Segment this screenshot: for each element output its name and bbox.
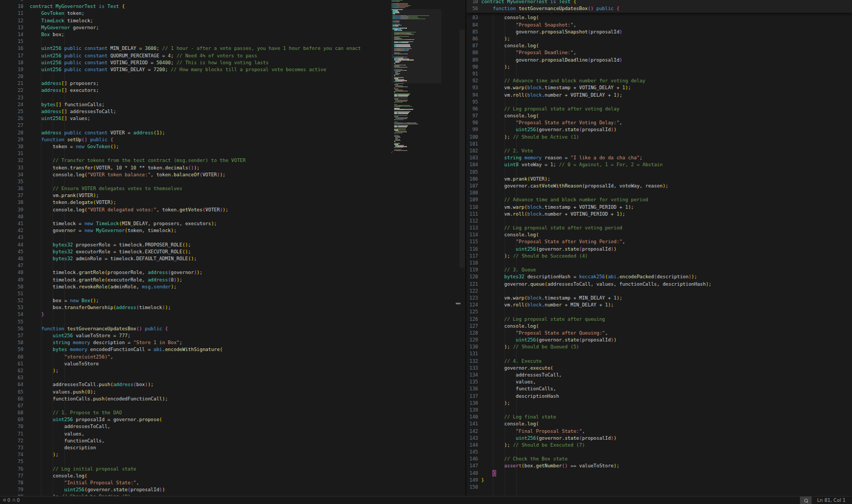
code-line[interactable]: 137 descriptionHash (466, 393, 852, 400)
code-line[interactable]: 92 // Advance time and block number for … (466, 78, 852, 84)
code-line[interactable]: 97 console.log( (466, 113, 852, 119)
editor-pane-left[interactable]: 910contract MyGovernorTest is Test {11 G… (0, 0, 465, 497)
code-line[interactable]: 75 (0, 458, 465, 465)
code-line[interactable]: 84 "Proposal Snapshot:", (466, 22, 852, 29)
code-line[interactable]: 115 "Proposal State after Voting Period:… (466, 238, 852, 245)
code-line[interactable]: 42 governor = new MyGovernor(token, time… (0, 227, 465, 234)
code-line[interactable]: 74 ); (0, 451, 465, 458)
code-line[interactable]: 109 // Advance time and block number for… (466, 197, 852, 203)
code-line[interactable]: 33 token.transfer(VOTER, 10 * 10 ** toke… (0, 165, 465, 172)
code-line[interactable]: 108 (466, 190, 852, 197)
code-line[interactable]: 93 vm.warp(block.timestamp + VOTING_DELA… (466, 84, 852, 91)
code-line[interactable]: 72 functionCalls, (0, 438, 465, 445)
code-line[interactable]: 125 (466, 309, 852, 315)
code-line[interactable]: 10contract MyGovernorTest is Test { (466, 0, 852, 5)
code-line[interactable]: 45 bytes32 executorRole = timelock.EXECU… (0, 249, 465, 255)
code-line[interactable]: 47 (0, 262, 465, 269)
code-line[interactable]: 121 governor.queue(addressesToCall, valu… (466, 281, 852, 288)
code-line[interactable]: 98 "Proposal State after Voting Delay:", (466, 119, 852, 126)
code-line[interactable]: 117 ); // Should be Succeeded (4) (466, 253, 852, 260)
code-line[interactable]: 52 box = new Box(); (0, 297, 465, 304)
code-line[interactable]: 61 valueToStore (0, 361, 465, 368)
code-line[interactable]: 103 string memory reason = "I like a do … (466, 155, 852, 161)
code-line[interactable]: 39 console.log("VOTER delegated votes:",… (0, 207, 465, 213)
code-line[interactable]: 59 bytes memory encodedFunctionCall = ab… (0, 346, 465, 353)
code-line[interactable]: 134 addressesToCall, (466, 372, 852, 379)
code-line[interactable]: 149} (466, 477, 852, 484)
code-line[interactable]: 147 assert(box.getNumber() == valueToSto… (466, 463, 852, 469)
code-line[interactable]: 71 values, (0, 431, 465, 438)
code-line[interactable]: 83 console.log( (466, 14, 852, 21)
code-line[interactable]: 130 ); // Should be Queued (5) (466, 344, 852, 351)
code-line[interactable]: 41 timelock = new TimeLock(MIN_DELAY, pr… (0, 220, 465, 227)
code-line[interactable]: 148 } (466, 470, 852, 477)
code-line[interactable]: 107 governor.castVoteWithReason(proposal… (466, 183, 852, 190)
code-line[interactable]: 67 (0, 403, 465, 409)
code-line[interactable]: 142 "Final Proposal State:", (466, 428, 852, 435)
code-line[interactable]: 36 // Ensure VOTER delegates votes to th… (0, 185, 465, 192)
code-line[interactable]: 143 uint256(governor.state(proposalId)) (466, 435, 852, 442)
code-line[interactable]: 34 console.log("VOTER token balance:", t… (0, 172, 465, 178)
code-line[interactable]: 37 vm.prank(VOTER); (0, 192, 465, 199)
code-line[interactable]: 66 functionCalls.push(encodedFunctionCal… (0, 396, 465, 403)
code-line[interactable]: 78 "Initial Proposal State:", (0, 480, 465, 486)
code-line[interactable]: 77 console.log( (0, 473, 465, 480)
code-line[interactable]: 50 timelock.revokeRole(adminRole, msg.se… (0, 284, 465, 291)
code-line[interactable]: 58 string memory description = "Store 1 … (0, 339, 465, 346)
code-line[interactable]: 79 uint256(governor.state(proposalId)) (0, 486, 465, 493)
code-line[interactable]: 99 uint256(governor.state(proposalId)) (466, 126, 852, 133)
code-line[interactable]: 104 uint8 voteWay = 1; // 0 = Against, 1… (466, 161, 852, 168)
code-line[interactable]: 91 (466, 71, 852, 78)
code-line[interactable]: 95 (466, 99, 852, 106)
code-line[interactable]: 119 // 3. Queue (466, 267, 852, 274)
code-line[interactable]: 112 (466, 218, 852, 225)
scrollbar-thumb[interactable] (459, 30, 465, 268)
code-line[interactable]: 90 ); (466, 64, 852, 71)
code-line[interactable]: 129 uint256(governor.state(proposalId)) (466, 337, 852, 344)
code-line[interactable]: 123 vm.warp(block.timestamp + MIN_DELAY … (466, 295, 852, 302)
code-line[interactable]: 73 description (0, 445, 465, 451)
editor-pane-right[interactable]: 82 // Fetch proposal details83 console.l… (466, 0, 852, 497)
code-line[interactable]: 60 "store(uint256)", (0, 354, 465, 361)
code-line[interactable]: 64 addressesToCall.push(address(box)); (0, 381, 465, 388)
code-line[interactable]: 85 governor.proposalSnapshot(proposalId) (466, 29, 852, 36)
code-line[interactable]: 65 values.push(0); (0, 389, 465, 396)
code-line[interactable]: 111 vm.roll(block.number + VOTING_PERIOD… (466, 211, 852, 218)
minimap-slider[interactable] (391, 9, 441, 83)
code-line[interactable]: 69 uint256 proposalId = governor.propose… (0, 416, 465, 423)
code-line[interactable]: 89 governor.proposalDeadline(proposalId) (466, 57, 852, 64)
problems-warnings[interactable]: ⚠ 0 (12, 498, 20, 503)
code-line[interactable]: 118 (466, 260, 852, 267)
code-line[interactable]: 140 // Log final state (466, 414, 852, 421)
code-line[interactable]: 53 box.transferOwnership(address(timeloc… (0, 304, 465, 311)
code-area-right[interactable]: 82 // Fetch proposal details83 console.l… (466, 7, 852, 491)
code-line[interactable]: 131 (466, 351, 852, 357)
code-line[interactable]: 57 uint256 valueToStore = 777; (0, 332, 465, 339)
code-line[interactable]: 94 vm.roll(block.number + VOTING_DELAY +… (466, 92, 852, 99)
code-line[interactable]: 48 timelock.grantRole(proposerRole, addr… (0, 269, 465, 276)
code-line[interactable]: 55 (0, 319, 465, 326)
code-line[interactable]: 62 ); (0, 368, 465, 374)
code-line[interactable]: 68 // 1. Propose to the DAO (0, 409, 465, 416)
code-line[interactable]: 105 (466, 169, 852, 176)
code-line[interactable]: 127 console.log( (466, 323, 852, 330)
vertical-scrollbar[interactable] (459, 0, 465, 497)
code-line[interactable]: 106 vm.prank(VOTER); (466, 176, 852, 183)
code-line[interactable]: 120 bytes32 descriptionHash = keccak256(… (466, 274, 852, 280)
code-line[interactable]: 51 (0, 291, 465, 297)
code-line[interactable]: 126 // Log proposal state after queuing (466, 316, 852, 323)
code-line[interactable]: 43 (0, 234, 465, 241)
code-line[interactable]: 116 uint256(governor.state(proposalId)) (466, 246, 852, 253)
code-line[interactable]: 122 (466, 288, 852, 295)
code-line[interactable]: 32 // Transfer tokens from the test cont… (0, 157, 465, 164)
code-line[interactable]: 138 ); (466, 400, 852, 407)
code-line[interactable]: 76 // Log initial proposal state (0, 466, 465, 473)
code-line[interactable]: 128 "Proposal State after Queuing:", (466, 330, 852, 337)
code-line[interactable]: 88 "Proposal Deadline:", (466, 49, 852, 56)
code-line[interactable]: 96 // Log proposal state after voting de… (466, 106, 852, 113)
code-line[interactable]: 35 (0, 178, 465, 185)
code-line[interactable]: 141 console.log( (466, 421, 852, 428)
code-line[interactable]: 150 (466, 484, 852, 491)
code-line[interactable]: 101 (466, 141, 852, 148)
sticky-scroll[interactable]: 10contract MyGovernorTest is Test {56 fu… (466, 0, 852, 13)
